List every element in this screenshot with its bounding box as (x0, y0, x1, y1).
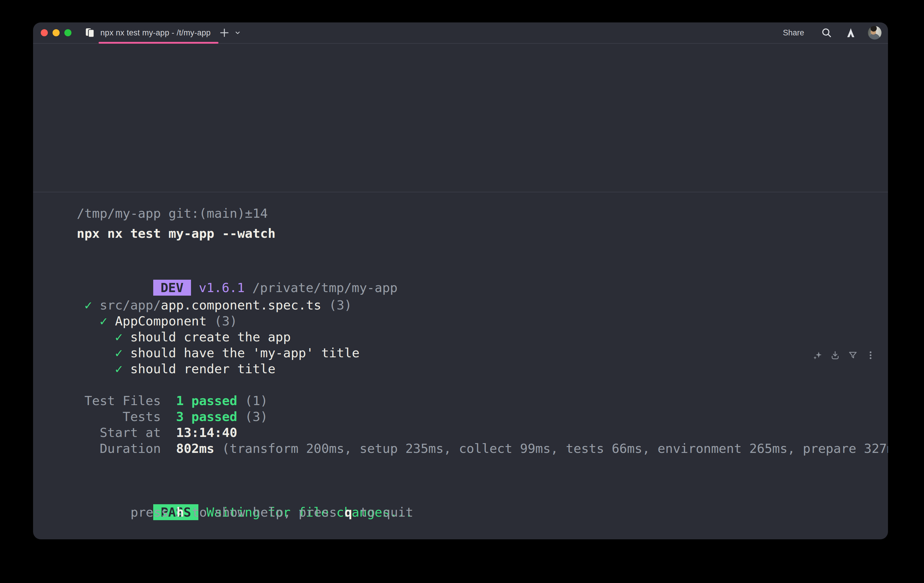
indent (77, 329, 115, 344)
test-name: should have the 'my-app' title (122, 346, 360, 360)
close-window-button[interactable] (41, 29, 48, 36)
scrollback-empty-region (33, 44, 888, 193)
test-case-row: ✓ should render title (77, 361, 888, 377)
vitest-dev-line: DEVv1.6.1 /private/tmp/my-app (77, 264, 888, 280)
desktop: npx nx test my-app - /t/my-app Share (0, 0, 924, 583)
dev-badge: DEV (153, 280, 191, 296)
summary-extra: (3) (238, 409, 268, 424)
test-count: (3) (207, 314, 238, 328)
block-more-menu-button[interactable] (866, 350, 876, 360)
kebab-menu-icon (866, 350, 876, 360)
pages-icon (84, 27, 96, 38)
check-icon: ✓ (115, 361, 122, 376)
summary-row-start-at: Start at 13:14:40 (77, 425, 888, 440)
download-output-button[interactable] (830, 350, 840, 360)
prompt-path: /tmp/my-app git:(main)±14 (77, 206, 268, 221)
minimize-window-button[interactable] (53, 29, 59, 36)
vitest-version: v1.6.1 (199, 280, 245, 295)
test-file-row: ✓ src/app/app.component.spec.ts (3) (77, 297, 888, 313)
summary-label: Tests (77, 409, 176, 424)
summary-row-duration: Duration 802ms (transform 200ms, setup 2… (77, 440, 888, 456)
project-path: /private/tmp/my-app (245, 280, 398, 295)
shell-prompt: /tmp/my-app git:(main)±14 (77, 205, 888, 221)
command-block: /tmp/my-app git:(main)±14 npx nx test my… (33, 193, 888, 520)
warp-menu-button[interactable] (845, 27, 857, 39)
summary-row-test-files: Test Files 1 passed (1) (77, 393, 888, 408)
indent (77, 361, 115, 376)
summary-label: Test Files (77, 393, 176, 408)
summary-extra: (1) (238, 393, 268, 408)
chevron-down-icon (233, 28, 242, 37)
summary-row-tests: Tests 3 passed (3) (77, 408, 888, 425)
summary-value: 13:14:40 (176, 425, 238, 440)
summary-extra: (transform 200ms, setup 235ms, collect 9… (214, 441, 888, 456)
watch-status-line: PASSWaiting for file changes... (77, 488, 888, 504)
summary-label: Duration (77, 441, 176, 456)
filter-icon (848, 350, 858, 360)
test-count: (3) (321, 298, 352, 313)
terminal-window: npx nx test my-app - /t/my-app Share (33, 22, 888, 539)
test-case-row: ✓ should have the 'my-app' title (77, 345, 888, 361)
filter-output-button[interactable] (848, 350, 858, 360)
command-text[interactable]: npx nx test my-app --watch (77, 226, 888, 241)
search-button[interactable] (821, 27, 833, 39)
file-dir: src/app/ (92, 298, 161, 313)
indent (77, 314, 100, 328)
key-q: q (345, 505, 352, 520)
check-icon: ✓ (100, 314, 107, 328)
summary-value: 3 passed (176, 409, 238, 424)
command-string: npx nx test my-app --watch (77, 226, 276, 241)
user-avatar[interactable] (868, 26, 881, 40)
zoom-window-button[interactable] (64, 29, 71, 36)
block-action-bar (812, 350, 876, 360)
tab-active[interactable]: npx nx test my-app - /t/my-app (84, 22, 211, 43)
test-name: should render title (122, 361, 276, 376)
share-button[interactable]: Share (783, 28, 804, 38)
tab-bar-right: Share (783, 26, 881, 40)
check-icon: ✓ (115, 346, 122, 360)
traffic-lights (41, 29, 71, 36)
download-icon (830, 350, 840, 360)
help-text: to show help, press (184, 505, 345, 520)
help-text: to quit (352, 505, 413, 520)
indent (77, 298, 84, 313)
tab-dropdown-button[interactable] (233, 28, 242, 37)
summary-value: 802ms (176, 441, 214, 456)
file-name: app.component.spec.ts (161, 298, 322, 313)
ai-explain-button[interactable] (812, 350, 822, 360)
check-icon: ✓ (115, 329, 122, 344)
sparkles-ai-icon (812, 350, 822, 360)
suite-name: AppComponent (107, 314, 207, 328)
test-name: should create the app (122, 329, 291, 344)
terminal-viewport: /tmp/my-app git:(main)±14 npx nx test my… (33, 44, 888, 539)
check-icon: ✓ (84, 298, 92, 313)
tab-bar: npx nx test my-app - /t/my-app Share (33, 22, 888, 44)
plus-icon (218, 27, 230, 39)
key-h: h (176, 505, 184, 520)
summary-value: 1 passed (176, 393, 238, 408)
test-case-row: ✓ should create the app (77, 329, 888, 345)
new-tab-button[interactable] (218, 27, 230, 39)
warp-logo-icon (845, 27, 856, 38)
help-text: press (130, 505, 176, 520)
watch-help-line: press h to show help, press q to quit (77, 504, 888, 520)
tab-title: npx nx test my-app - /t/my-app (101, 28, 211, 38)
search-icon (821, 27, 833, 39)
summary-label: Start at (77, 425, 176, 440)
test-suite-row: ✓ AppComponent (3) (77, 313, 888, 329)
indent (77, 346, 115, 360)
